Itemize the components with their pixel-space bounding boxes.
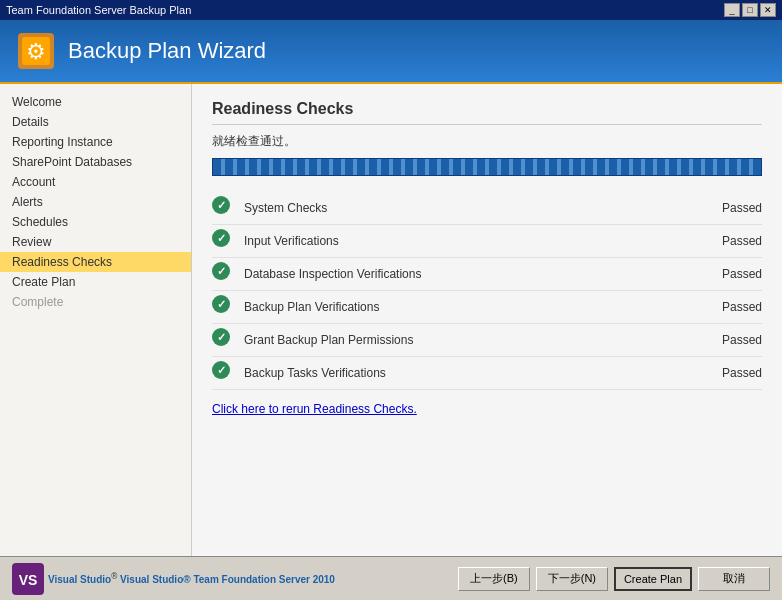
footer-buttons: 上一步(B) 下一步(N) Create Plan 取消 [458, 567, 770, 591]
svg-text:VS: VS [19, 572, 38, 588]
maximize-button[interactable]: □ [742, 3, 758, 17]
check-icon-input: ✓ [212, 229, 236, 253]
check-status-input: Passed [702, 234, 762, 248]
title-bar: Team Foundation Server Backup Plan _ □ ✕ [0, 0, 782, 20]
check-status-database: Passed [702, 267, 762, 281]
check-icon-tasks: ✓ [212, 361, 236, 385]
sidebar-item-welcome[interactable]: Welcome [0, 92, 191, 112]
header-banner: ⚙ Backup Plan Wizard [0, 20, 782, 84]
green-checkmark-database: ✓ [212, 262, 230, 280]
sidebar-item-review[interactable]: Review [0, 232, 191, 252]
check-row-tasks: ✓ Backup Tasks Verifications Passed [212, 357, 762, 390]
next-button[interactable]: 下一步(N) [536, 567, 608, 591]
sidebar-item-account[interactable]: Account [0, 172, 191, 192]
footer: VS Visual Studio® Visual Studio® Team Fo… [0, 556, 782, 600]
minimize-button[interactable]: _ [724, 3, 740, 17]
sidebar-item-complete: Complete [0, 292, 191, 312]
green-checkmark-tasks: ✓ [212, 361, 230, 379]
sidebar-item-reporting[interactable]: Reporting Instance [0, 132, 191, 152]
footer-logo-year: 2010 [313, 575, 335, 586]
green-checkmark-backup-plan: ✓ [212, 295, 230, 313]
check-name-input: Input Verifications [244, 234, 702, 248]
footer-logo-text: Visual Studio® Visual Studio® Team Found… [48, 571, 335, 585]
footer-logo-brand: Visual Studio [48, 575, 111, 586]
check-row-system: ✓ System Checks Passed [212, 192, 762, 225]
check-status-backup-plan: Passed [702, 300, 762, 314]
check-name-tasks: Backup Tasks Verifications [244, 366, 702, 380]
sidebar-item-details[interactable]: Details [0, 112, 191, 132]
check-row-grant: ✓ Grant Backup Plan Permissions Passed [212, 324, 762, 357]
rerun-link[interactable]: Click here to rerun Readiness Checks. [212, 402, 417, 416]
sidebar-item-create-plan[interactable]: Create Plan [0, 272, 191, 292]
cancel-button[interactable]: 取消 [698, 567, 770, 591]
check-icon-backup-plan: ✓ [212, 295, 236, 319]
close-button[interactable]: ✕ [760, 3, 776, 17]
header-title: Backup Plan Wizard [68, 38, 266, 64]
green-checkmark: ✓ [212, 196, 230, 214]
check-name-database: Database Inspection Verifications [244, 267, 702, 281]
content-area: Readiness Checks 就绪检查通过。 ✓ System Checks… [192, 84, 782, 556]
check-row-input: ✓ Input Verifications Passed [212, 225, 762, 258]
sidebar-item-schedules[interactable]: Schedules [0, 212, 191, 232]
green-checkmark-grant: ✓ [212, 328, 230, 346]
green-checkmark-input: ✓ [212, 229, 230, 247]
check-row-database: ✓ Database Inspection Verifications Pass… [212, 258, 762, 291]
sidebar-item-readiness[interactable]: Readiness Checks [0, 252, 191, 272]
progress-bar [212, 158, 762, 176]
check-icon-system: ✓ [212, 196, 236, 220]
footer-logo: VS Visual Studio® Visual Studio® Team Fo… [12, 563, 335, 595]
check-row-backup-plan: ✓ Backup Plan Verifications Passed [212, 291, 762, 324]
prev-button[interactable]: 上一步(B) [458, 567, 530, 591]
wizard-icon: ⚙ [16, 31, 56, 71]
check-status-tasks: Passed [702, 366, 762, 380]
sidebar: Welcome Details Reporting Instance Share… [0, 84, 192, 556]
main-container: Welcome Details Reporting Instance Share… [0, 84, 782, 556]
progress-bar-fill [213, 159, 761, 175]
window-title: Team Foundation Server Backup Plan [6, 4, 191, 16]
check-icon-database: ✓ [212, 262, 236, 286]
page-title: Readiness Checks [212, 100, 762, 125]
create-plan-button[interactable]: Create Plan [614, 567, 692, 591]
check-status-grant: Passed [702, 333, 762, 347]
check-icon-grant: ✓ [212, 328, 236, 352]
check-name-grant: Grant Backup Plan Permissions [244, 333, 702, 347]
sidebar-item-sharepoint[interactable]: SharePoint Databases [0, 152, 191, 172]
check-name-backup-plan: Backup Plan Verifications [244, 300, 702, 314]
sidebar-item-alerts[interactable]: Alerts [0, 192, 191, 212]
checks-table: ✓ System Checks Passed ✓ Input Verificat… [212, 192, 762, 390]
check-status-system: Passed [702, 201, 762, 215]
check-name-system: System Checks [244, 201, 702, 215]
title-bar-controls: _ □ ✕ [724, 3, 776, 17]
footer-product-name: Visual Studio® Team Foundation Server [120, 575, 310, 586]
content-subtitle: 就绪检查通过。 [212, 133, 762, 150]
vs-logo-icon: VS [12, 563, 44, 595]
svg-text:⚙: ⚙ [26, 39, 46, 64]
